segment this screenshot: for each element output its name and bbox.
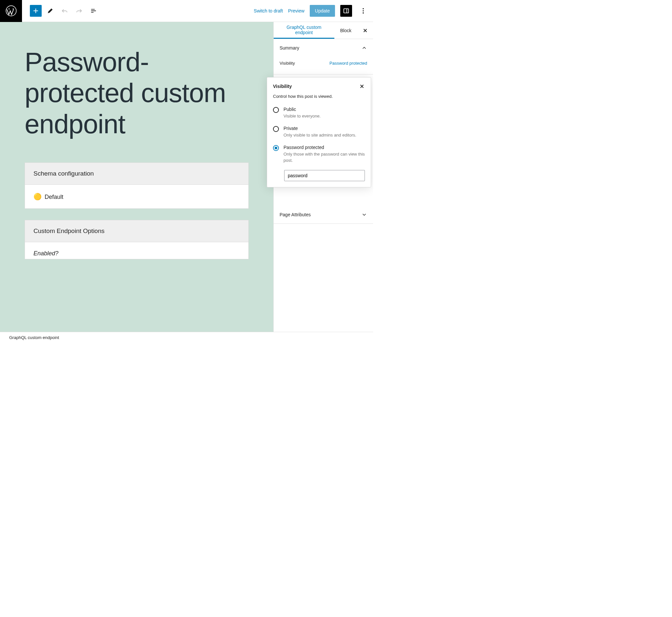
more-vertical-icon	[360, 7, 367, 14]
close-icon	[362, 28, 368, 33]
close-popover-button[interactable]	[359, 83, 365, 89]
svg-point-2	[363, 8, 364, 10]
chevron-up-icon	[361, 45, 367, 51]
chevron-down-icon	[361, 212, 367, 218]
preview-button[interactable]: Preview	[288, 8, 304, 13]
close-sidebar-button[interactable]	[357, 22, 373, 39]
toolbar-left	[22, 5, 99, 17]
radio-icon-selected	[273, 145, 279, 151]
svg-rect-1	[344, 9, 349, 13]
schema-configuration-block[interactable]: Schema configuration 🟡 Default	[25, 163, 249, 209]
popover-description: Control how this post is viewed.	[273, 94, 365, 99]
popover-header: Visibility	[273, 83, 365, 89]
panel-title: Summary	[279, 45, 299, 50]
radio-label: Password protected	[283, 145, 365, 150]
undo-icon	[61, 7, 68, 14]
visibility-option-private[interactable]: Private Only visible to site admins and …	[273, 123, 365, 142]
wp-logo-button[interactable]	[0, 0, 22, 22]
redo-button[interactable]	[73, 5, 85, 17]
add-block-button[interactable]	[30, 5, 42, 17]
tab-document[interactable]: GraphQL custom endpoint	[274, 22, 334, 39]
settings-sidebar: GraphQL custom endpoint Block Summary Vi…	[273, 22, 373, 332]
page-attributes-panel: Page Attributes	[274, 206, 373, 224]
visibility-option-public[interactable]: Public Visible to everyone.	[273, 104, 365, 123]
radio-description: Only visible to site admins and editors.	[283, 132, 356, 138]
popover-title: Visibility	[273, 84, 292, 89]
summary-panel-body: Visibility Password protected	[274, 57, 373, 74]
summary-panel: Summary Visibility Password protected	[274, 39, 373, 74]
radio-description: Visible to everyone.	[283, 113, 320, 119]
more-options-button[interactable]	[357, 5, 369, 17]
radio-label: Public	[283, 107, 320, 112]
update-button[interactable]: Update	[310, 5, 335, 17]
redo-icon	[75, 7, 83, 14]
radio-icon	[273, 107, 279, 113]
undo-button[interactable]	[59, 5, 70, 17]
sidebar-icon	[343, 7, 350, 14]
summary-panel-header[interactable]: Summary	[274, 39, 373, 57]
panel-title: Page Attributes	[279, 212, 311, 217]
radio-description: Only those with the password can view th…	[283, 151, 365, 163]
status-dot-icon: 🟡	[33, 193, 42, 200]
settings-panel-toggle[interactable]	[340, 5, 352, 17]
svg-point-3	[363, 10, 364, 11]
svg-point-4	[363, 12, 364, 14]
visibility-popover: Visibility Control how this post is view…	[267, 77, 371, 187]
radio-label: Private	[283, 126, 356, 131]
wordpress-icon	[6, 5, 17, 16]
sidebar-tabs: GraphQL custom endpoint Block	[274, 22, 373, 39]
enabled-label: Enabled?	[25, 242, 248, 259]
breadcrumb[interactable]: GraphQL custom endpoint	[9, 335, 59, 340]
visibility-row[interactable]: Visibility Password protected	[279, 57, 367, 69]
plus-icon	[32, 7, 40, 15]
visibility-option-password[interactable]: Password protected Only those with the p…	[273, 142, 365, 166]
radio-icon	[273, 126, 279, 132]
schema-value: Default	[45, 194, 63, 200]
visibility-label: Visibility	[279, 61, 295, 66]
top-toolbar: Switch to draft Preview Update	[0, 0, 373, 22]
block-header: Custom Endpoint Options	[25, 220, 248, 242]
edit-mode-button[interactable]	[44, 5, 56, 17]
block-body: 🟡 Default	[25, 185, 248, 208]
toolbar-right: Switch to draft Preview Update	[254, 5, 373, 17]
custom-endpoint-options-block[interactable]: Custom Endpoint Options Enabled?	[25, 220, 249, 259]
list-icon	[90, 7, 97, 14]
editor-canvas[interactable]: Password-protected custom endpoint Schem…	[0, 22, 273, 332]
switch-to-draft-button[interactable]: Switch to draft	[254, 8, 283, 13]
document-overview-button[interactable]	[87, 5, 99, 17]
page-attributes-header[interactable]: Page Attributes	[274, 206, 373, 223]
editor-footer: GraphQL custom endpoint	[0, 332, 373, 343]
pencil-icon	[47, 7, 54, 14]
password-input[interactable]	[284, 170, 365, 181]
block-header: Schema configuration	[25, 163, 248, 185]
tab-block[interactable]: Block	[334, 22, 357, 39]
post-title[interactable]: Password-protected custom endpoint	[25, 47, 249, 140]
visibility-value[interactable]: Password protected	[329, 61, 367, 66]
editor-layout: Password-protected custom endpoint Schem…	[0, 22, 373, 332]
